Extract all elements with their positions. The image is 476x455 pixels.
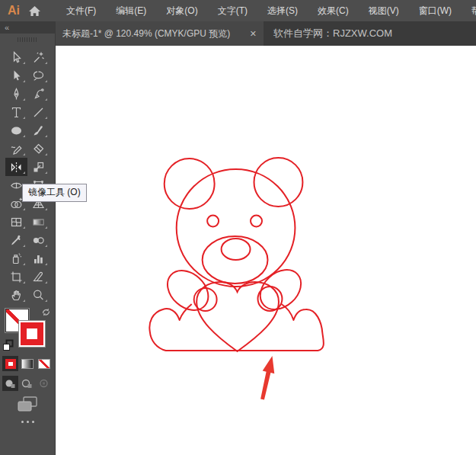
bear-body-feet [149,304,324,351]
direct-select-arrow-icon [10,69,23,82]
document-tab[interactable]: 未标题-1* @ 120.49% (CMYK/GPU 预览) ✕ [56,21,264,46]
bear-left-arm [160,263,216,319]
gradient-tool[interactable] [27,213,50,231]
hand-tool[interactable] [5,286,27,304]
direct-selection-tool[interactable] [5,66,27,85]
ellipse-icon [10,124,23,137]
draw-normal-mode[interactable] [2,376,18,391]
home-icon [28,5,41,17]
pen-icon [10,88,23,101]
home-button[interactable] [27,5,47,17]
shaper-pencil-icon [10,143,23,155]
line-segment-tool[interactable] [27,103,50,121]
gradient-swatch-icon [21,359,34,369]
fill-stroke-controls [0,306,55,356]
hand-icon [10,289,23,302]
reflect-tool[interactable] [5,158,27,176]
none-swatch-icon [38,359,50,369]
lasso-tool[interactable] [27,66,50,85]
draw-inside-mode[interactable] [36,376,52,391]
menu-file[interactable]: 文件(F) [56,5,106,18]
pen-tool[interactable] [5,85,27,103]
stroke-ring [21,322,43,345]
toolbar-grip-handle[interactable] [18,37,38,42]
column-graph-icon [32,252,45,265]
drawing-mode-buttons [2,376,52,391]
gradient-icon [32,216,45,229]
menu-effect[interactable]: 效果(C) [308,5,359,18]
tools-panel [0,46,56,455]
bear-left-ear [165,159,215,209]
bear-heart [196,282,279,351]
magic-wand-tool[interactable] [27,48,50,66]
eraser-tool[interactable] [27,139,50,158]
ellipse-tool[interactable] [5,121,27,139]
slice-knife-icon [32,271,45,284]
swap-fill-stroke-button[interactable] [41,306,51,320]
artboard-canvas[interactable] [56,46,476,455]
reflect-mirror-icon [10,161,23,174]
default-swatches-icon [2,339,14,351]
draw-inside-icon [38,378,50,389]
shaper-tool[interactable] [5,139,27,158]
toolbar-collapse-button[interactable]: « [5,24,8,31]
curvature-pen-icon [32,88,45,101]
artboard-tool[interactable] [5,268,27,286]
color-type-buttons [2,356,52,371]
bear-drawing [56,46,476,455]
blend-tool[interactable] [27,231,50,249]
promo-text: 软件自学网：RJZXW.COM [264,21,476,46]
slice-tool[interactable] [27,268,50,286]
bear-right-eye [251,216,262,227]
draw-behind-icon [21,378,33,389]
color-button[interactable] [2,356,18,371]
bear-left-eye [207,216,219,227]
mesh-icon [10,216,23,229]
blend-icon [32,234,45,247]
shape-builder-icon [10,197,23,210]
width-icon [10,179,23,192]
symbol-sprayer-icon [10,252,23,265]
main-menu: 文件(F) 编辑(E) 对象(O) 文字(T) 选择(S) 效果(C) 视图(V… [56,5,476,18]
eraser-icon [32,143,45,155]
menu-object[interactable]: 对象(O) [156,5,207,18]
tab-close-icon[interactable]: ✕ [244,29,257,39]
edit-toolbar-button[interactable] [0,421,55,423]
magic-wand-icon [32,51,45,64]
swap-arrows-icon [41,307,51,317]
menu-select[interactable]: 选择(S) [257,5,308,18]
zoom-tool[interactable] [27,286,50,304]
mesh-tool[interactable] [5,213,27,231]
paintbrush-tool[interactable] [27,121,50,139]
symbol-sprayer-tool[interactable] [5,249,27,268]
stroke-color-swatch-red[interactable] [18,320,46,348]
menu-view[interactable]: 视图(V) [359,5,409,18]
document-title: 未标题-1* @ 120.49% (CMYK/GPU 预览) [62,27,230,40]
curvature-tool[interactable] [27,85,50,103]
toolbar-collapse-strip: « [0,21,56,34]
solid-color-icon [5,359,16,369]
menu-edit[interactable]: 编辑(E) [106,5,156,18]
gradient-button[interactable] [19,356,35,371]
draw-behind-mode[interactable] [19,376,35,391]
scale-tool[interactable] [27,158,50,176]
document-tab-bar: « 未标题-1* @ 120.49% (CMYK/GPU 预览) ✕ 软件自学网… [0,21,476,46]
annotation-arrow [260,356,274,400]
scale-icon [32,161,45,174]
eyedropper-tool[interactable] [5,231,27,249]
menu-window[interactable]: 窗口(W) [409,5,462,18]
bear-right-ear [254,158,303,207]
column-graph-tool[interactable] [27,249,50,268]
menu-bar: Ai 文件(F) 编辑(E) 对象(O) 文字(T) 选择(S) 效果(C) 视… [0,0,476,21]
draw-normal-icon [5,378,16,389]
none-button[interactable] [36,356,52,371]
change-screen-mode-button[interactable] [0,396,55,412]
selection-tool[interactable] [5,48,27,66]
tools-grid [0,48,55,304]
menu-type[interactable]: 文字(T) [208,5,257,18]
type-tool[interactable] [5,103,27,121]
menu-help[interactable]: 帮助(H) [462,5,476,18]
toolbar-grip-strip [0,34,56,46]
main-area [0,46,476,455]
default-fill-stroke-button[interactable] [2,339,14,354]
